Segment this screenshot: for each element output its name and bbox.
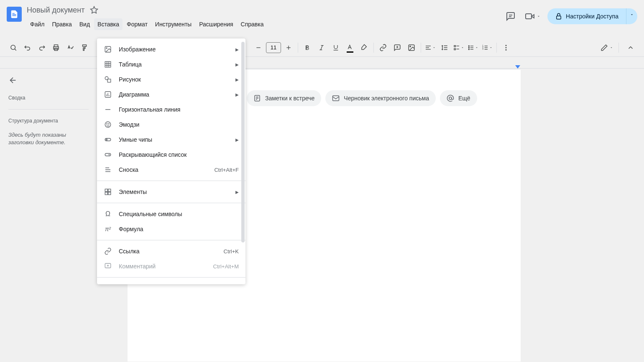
menu-help[interactable]: Справка (238, 18, 267, 30)
collapse-toolbar-button[interactable] (624, 41, 637, 54)
numbered-list-button[interactable]: 123 (480, 41, 494, 54)
menu-format[interactable]: Формат (123, 18, 151, 30)
dd-label: Ссылка (119, 248, 217, 255)
dd-image[interactable]: Изображение ▶ (97, 42, 245, 57)
back-arrow-button[interactable] (8, 76, 89, 85)
svg-point-46 (506, 47, 507, 48)
share-button-label: Настройки Доступа (566, 13, 618, 20)
italic-button[interactable] (315, 41, 328, 54)
dd-special-chars[interactable]: Ω Специальные символы (97, 206, 245, 222)
dd-table[interactable]: Таблица ▶ (97, 57, 245, 72)
dd-equation[interactable]: π² Формула (97, 222, 245, 237)
svg-point-35 (468, 47, 469, 48)
svg-rect-78 (105, 189, 107, 191)
image-icon (104, 45, 112, 54)
svg-rect-53 (333, 96, 339, 101)
svg-line-16 (321, 45, 322, 50)
text-color-button[interactable] (343, 41, 357, 54)
bold-button[interactable] (301, 41, 314, 54)
submenu-arrow-icon: ▶ (235, 138, 239, 142)
docs-logo[interactable] (7, 7, 22, 22)
menu-file[interactable]: Файл (27, 18, 48, 30)
increase-font-size[interactable] (282, 41, 295, 54)
ruler-marker[interactable] (515, 65, 520, 69)
svg-rect-5 (557, 16, 561, 19)
svg-point-56 (106, 48, 107, 48)
search-button[interactable] (7, 41, 20, 54)
menu-view[interactable]: Вид (76, 18, 93, 30)
dd-label: Таблица (119, 61, 229, 68)
at-icon (447, 94, 454, 102)
svg-point-21 (410, 46, 411, 46)
chevron-down-icon (537, 14, 541, 18)
lock-icon (555, 13, 562, 20)
dd-label: Умные чипы (119, 136, 229, 143)
insert-image-button[interactable] (405, 41, 418, 54)
chip-more[interactable]: Ещё (440, 90, 477, 106)
line-spacing-button[interactable] (438, 41, 451, 54)
svg-point-33 (468, 46, 469, 46)
dd-horizontal-line[interactable]: Горизонтальная линия (97, 102, 245, 117)
highlight-button[interactable] (358, 41, 371, 54)
dd-shortcut: Ctrl+Alt+F (214, 167, 239, 173)
chip-email-draft[interactable]: Черновик электронного письма (325, 90, 436, 106)
redo-button[interactable] (35, 41, 49, 54)
svg-point-54 (449, 97, 452, 99)
ruler (0, 57, 644, 69)
svg-rect-79 (108, 189, 111, 191)
align-button[interactable] (424, 41, 437, 54)
divider (97, 181, 245, 181)
submenu-arrow-icon: ▶ (235, 190, 239, 194)
meet-button[interactable] (525, 11, 541, 21)
document-title[interactable]: Новый документ (27, 6, 85, 15)
dd-link[interactable]: Ссылка Ctrl+K (97, 244, 245, 259)
more-button[interactable] (499, 41, 513, 54)
bullet-list-button[interactable] (466, 41, 480, 54)
font-size-input[interactable]: 11 (266, 42, 281, 53)
print-button[interactable] (49, 41, 63, 54)
dd-label: Рисунок (119, 76, 229, 83)
divider (97, 277, 245, 278)
share-button[interactable]: Настройки Доступа (547, 8, 626, 24)
checklist-button[interactable] (452, 41, 465, 54)
star-icon[interactable] (90, 6, 98, 14)
add-comment-button[interactable] (391, 41, 404, 54)
building-blocks-icon (104, 188, 112, 196)
undo-button[interactable] (21, 41, 34, 54)
edit-mode-button[interactable] (600, 41, 613, 54)
underline-button[interactable] (329, 41, 342, 54)
svg-point-69 (105, 122, 111, 127)
dd-shortcut: Ctrl+K (224, 248, 239, 255)
spellcheck-button[interactable] (64, 41, 77, 54)
scrollbar[interactable] (241, 42, 245, 242)
dd-emoji[interactable]: Эмодзи (97, 117, 245, 132)
decrease-font-size[interactable] (252, 41, 265, 54)
comments-icon[interactable] (503, 9, 518, 24)
chip-meeting-notes[interactable]: Заметки к встрече (247, 90, 321, 106)
dd-building-blocks[interactable]: Элементы ▶ (97, 184, 245, 199)
svg-rect-3 (526, 14, 532, 19)
menu-extensions[interactable]: Расширения (196, 18, 236, 30)
dd-smart-chips[interactable]: Умные чипы ▶ (97, 132, 245, 147)
submenu-arrow-icon: ▶ (235, 92, 239, 97)
menu-tools[interactable]: Инструменты (152, 18, 195, 30)
svg-point-73 (106, 139, 107, 140)
submenu-arrow-icon: ▶ (235, 62, 239, 67)
footnote-icon (104, 166, 112, 174)
dd-dropdown-list[interactable]: Раскрывающийся список (97, 147, 245, 162)
insert-link-button[interactable] (376, 41, 390, 54)
menu-edit[interactable]: Правка (49, 18, 75, 30)
menu-insert[interactable]: Вставка (94, 18, 123, 30)
dd-drawing[interactable]: Рисунок ▶ (97, 72, 245, 87)
divider (8, 109, 89, 110)
dd-footnote[interactable]: Сноска Ctrl+Alt+F (97, 162, 245, 177)
dd-label: Раскрывающийся список (119, 151, 239, 158)
comment-icon (104, 262, 112, 270)
separator (618, 43, 619, 53)
dd-chart[interactable]: Диаграмма ▶ (97, 87, 245, 102)
separator (373, 43, 374, 53)
outline-placeholder: Здесь будут показаны заголовки документе… (8, 131, 89, 146)
share-dropdown-arrow[interactable] (626, 8, 637, 24)
divider (97, 203, 245, 203)
paint-format-button[interactable] (78, 41, 91, 54)
